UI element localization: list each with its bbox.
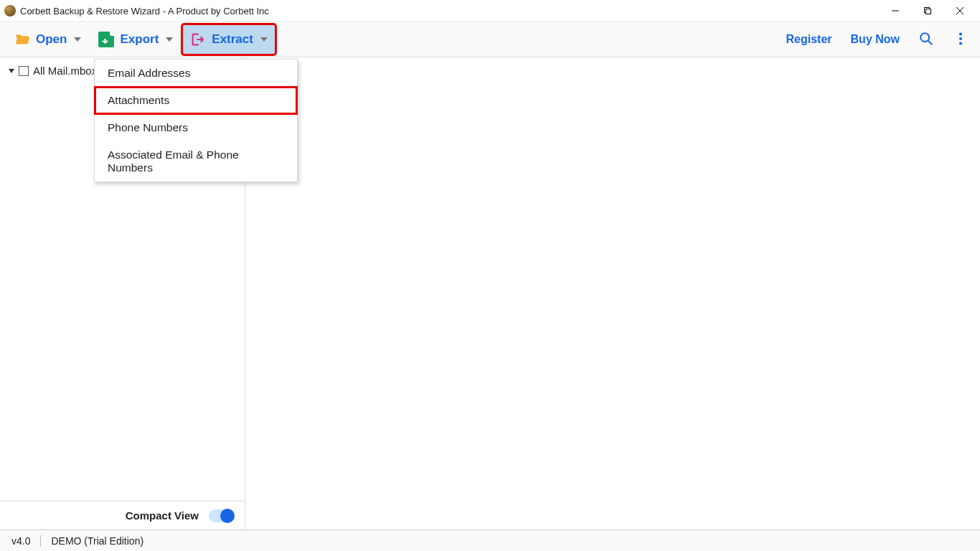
edition-label: DEMO (Trial Edition) bbox=[51, 535, 143, 547]
version-label: v4.0 bbox=[11, 535, 30, 547]
folder-open-icon bbox=[14, 32, 30, 47]
register-link[interactable]: Register bbox=[786, 33, 832, 46]
svg-point-6 bbox=[920, 33, 929, 42]
export-file-icon bbox=[98, 32, 114, 47]
svg-point-9 bbox=[959, 37, 962, 39]
open-label: Open bbox=[36, 32, 67, 47]
buy-now-link[interactable]: Buy Now bbox=[851, 33, 900, 46]
svg-point-8 bbox=[959, 32, 962, 35]
expand-triangle-icon[interactable] bbox=[9, 69, 14, 73]
more-vert-icon[interactable] bbox=[953, 31, 969, 49]
search-icon[interactable] bbox=[918, 31, 934, 49]
open-button[interactable]: Open bbox=[7, 25, 88, 54]
chevron-down-icon bbox=[260, 37, 268, 42]
export-label: Export bbox=[120, 32, 159, 47]
extract-label: Extract bbox=[212, 32, 253, 47]
menu-item-email-addresses[interactable]: Email Addresses bbox=[95, 60, 297, 87]
maximize-button[interactable] bbox=[911, 0, 943, 22]
tree-root-label: All Mail.mbox bbox=[33, 65, 97, 77]
window-titlebar: Corbett Backup & Restore Wizard - A Prod… bbox=[0, 0, 980, 22]
close-button[interactable] bbox=[943, 0, 976, 22]
extract-dropdown: Email Addresses Attachments Phone Number… bbox=[94, 59, 298, 182]
chevron-down-icon bbox=[74, 37, 81, 42]
extract-icon bbox=[190, 32, 206, 47]
svg-line-7 bbox=[928, 40, 933, 44]
compact-view-label: Compact View bbox=[126, 509, 199, 522]
menu-item-associated[interactable]: Associated Email & Phone Numbers bbox=[95, 141, 297, 182]
main-panel bbox=[245, 57, 980, 529]
window-title: Corbett Backup & Restore Wizard - A Prod… bbox=[20, 6, 269, 17]
svg-rect-2 bbox=[925, 9, 930, 14]
compact-view-toggle[interactable] bbox=[209, 509, 235, 522]
export-button[interactable]: Export bbox=[91, 25, 180, 54]
chevron-down-icon bbox=[166, 37, 173, 42]
app-icon bbox=[4, 5, 16, 17]
menu-item-attachments[interactable]: Attachments bbox=[95, 87, 297, 114]
main-toolbar: Open Export Extract Register Buy Now bbox=[0, 22, 980, 57]
minimize-button[interactable] bbox=[879, 0, 911, 22]
compact-view-bar: Compact View bbox=[0, 501, 245, 529]
tree-checkbox[interactable] bbox=[19, 66, 29, 76]
menu-item-phone-numbers[interactable]: Phone Numbers bbox=[95, 114, 297, 141]
status-bar: v4.0 DEMO (Trial Edition) bbox=[0, 529, 980, 551]
status-separator bbox=[40, 535, 41, 547]
extract-button[interactable]: Extract bbox=[183, 25, 275, 54]
svg-point-10 bbox=[959, 42, 962, 44]
